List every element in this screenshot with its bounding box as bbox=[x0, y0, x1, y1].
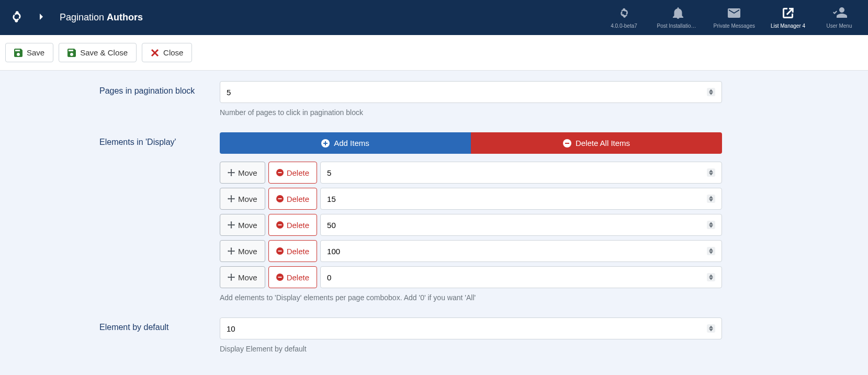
pages-input-wrapper bbox=[220, 81, 722, 103]
delete-all-label: Delete All Items bbox=[576, 139, 630, 147]
save-label: Save bbox=[27, 48, 44, 57]
move-button[interactable]: Move bbox=[220, 162, 265, 184]
close-label: Close bbox=[163, 48, 183, 57]
topbar-version[interactable]: 4.0.0-beta7 bbox=[606, 6, 642, 29]
topbar-post-install[interactable]: Post Installation ... bbox=[657, 6, 699, 29]
topbar-list-manager[interactable]: List Manager 4 bbox=[770, 6, 806, 29]
delete-icon bbox=[276, 195, 284, 202]
item-value-input[interactable] bbox=[327, 247, 707, 256]
bell-icon bbox=[673, 6, 683, 20]
save-button[interactable]: Save bbox=[5, 43, 53, 62]
move-label: Move bbox=[238, 195, 257, 203]
delete-button[interactable]: Delete bbox=[268, 266, 317, 288]
delete-label: Delete bbox=[287, 195, 309, 203]
add-items-label: Add Items bbox=[334, 139, 369, 147]
item-input-wrapper bbox=[320, 214, 722, 236]
delete-button[interactable]: Delete bbox=[268, 214, 317, 236]
pages-help: Number of pages to click in pagination b… bbox=[220, 108, 722, 117]
delete-icon bbox=[276, 221, 284, 229]
pages-spinner[interactable] bbox=[707, 88, 715, 96]
user-check-icon bbox=[831, 6, 847, 20]
delete-label: Delete bbox=[287, 273, 309, 282]
item-spinner[interactable] bbox=[707, 168, 715, 177]
save-close-icon bbox=[67, 49, 76, 57]
default-help: Display Element by default bbox=[220, 345, 722, 353]
topbar-user-menu[interactable]: User Menu bbox=[821, 6, 858, 29]
item-value-input[interactable] bbox=[327, 168, 707, 177]
item-value-input[interactable] bbox=[327, 221, 707, 230]
move-icon bbox=[228, 221, 235, 229]
delete-icon bbox=[276, 274, 284, 281]
minus-circle-icon bbox=[563, 139, 571, 147]
default-input[interactable] bbox=[227, 324, 707, 333]
move-button[interactable]: Move bbox=[220, 240, 265, 262]
delete-button[interactable]: Delete bbox=[268, 188, 317, 210]
save-close-label: Save & Close bbox=[80, 48, 128, 57]
joomla-logo-icon[interactable] bbox=[10, 10, 23, 25]
save-icon bbox=[14, 49, 22, 57]
default-input-wrapper bbox=[220, 317, 722, 339]
save-close-button[interactable]: Save & Close bbox=[59, 43, 137, 62]
delete-all-button[interactable]: Delete All Items bbox=[471, 132, 722, 154]
default-label: Element by default bbox=[21, 317, 220, 332]
plus-circle-icon bbox=[321, 139, 330, 147]
top-header: Pagination Authors 4.0.0-beta7 Post Inst… bbox=[0, 0, 868, 35]
move-label: Move bbox=[238, 168, 257, 177]
toolbar: Save Save & Close Close bbox=[0, 35, 868, 71]
item-spinner[interactable] bbox=[707, 221, 715, 229]
move-label: Move bbox=[238, 273, 257, 282]
delete-button[interactable]: Delete bbox=[268, 240, 317, 262]
topbar-list-manager-label: List Manager 4 bbox=[771, 23, 805, 29]
item-spinner[interactable] bbox=[707, 195, 715, 203]
pages-input[interactable] bbox=[227, 88, 707, 97]
move-icon bbox=[228, 247, 235, 255]
delete-label: Delete bbox=[287, 247, 309, 256]
item-input-wrapper bbox=[320, 162, 722, 184]
close-button[interactable]: Close bbox=[142, 43, 192, 62]
move-label: Move bbox=[238, 247, 257, 256]
move-icon bbox=[228, 274, 235, 281]
item-spinner[interactable] bbox=[707, 273, 715, 281]
elements-help: Add elements to 'Display' elements per p… bbox=[220, 293, 722, 302]
display-item-row: MoveDelete bbox=[220, 162, 722, 184]
close-icon bbox=[151, 49, 159, 57]
display-item-row: MoveDelete bbox=[220, 266, 722, 288]
topbar-version-label: 4.0.0-beta7 bbox=[611, 23, 637, 29]
breadcrumb-chevron-icon bbox=[33, 13, 49, 22]
delete-label: Delete bbox=[287, 168, 309, 177]
delete-label: Delete bbox=[287, 221, 309, 230]
add-items-button[interactable]: Add Items bbox=[220, 132, 471, 154]
display-item-row: MoveDelete bbox=[220, 188, 722, 210]
topbar-post-install-label: Post Installation ... bbox=[657, 23, 699, 29]
default-spinner[interactable] bbox=[707, 324, 715, 333]
item-input-wrapper bbox=[320, 266, 722, 288]
delete-icon bbox=[276, 247, 284, 255]
pages-label: Pages in pagination block bbox=[21, 81, 220, 96]
move-button[interactable]: Move bbox=[220, 188, 265, 210]
move-button[interactable]: Move bbox=[220, 214, 265, 236]
move-button[interactable]: Move bbox=[220, 266, 265, 288]
item-value-input[interactable] bbox=[327, 195, 707, 203]
item-spinner[interactable] bbox=[707, 247, 715, 255]
delete-button[interactable]: Delete bbox=[268, 162, 317, 184]
display-item-row: MoveDelete bbox=[220, 240, 722, 262]
topbar-user-menu-label: User Menu bbox=[827, 23, 852, 29]
envelope-icon bbox=[728, 6, 740, 20]
move-icon bbox=[228, 169, 235, 176]
item-value-input[interactable] bbox=[327, 273, 707, 282]
external-link-icon bbox=[782, 6, 794, 20]
item-input-wrapper bbox=[320, 240, 722, 262]
display-item-row: MoveDelete bbox=[220, 214, 722, 236]
topbar-messages-label: Private Messages bbox=[714, 23, 755, 29]
elements-label: Elements in 'Display' bbox=[21, 132, 220, 147]
topbar-private-messages[interactable]: Private Messages bbox=[714, 6, 755, 29]
page-title: Pagination Authors bbox=[60, 12, 143, 23]
move-label: Move bbox=[238, 221, 257, 230]
item-input-wrapper bbox=[320, 188, 722, 210]
delete-icon bbox=[276, 169, 284, 176]
joomla-small-icon bbox=[618, 6, 630, 20]
move-icon bbox=[228, 195, 235, 202]
